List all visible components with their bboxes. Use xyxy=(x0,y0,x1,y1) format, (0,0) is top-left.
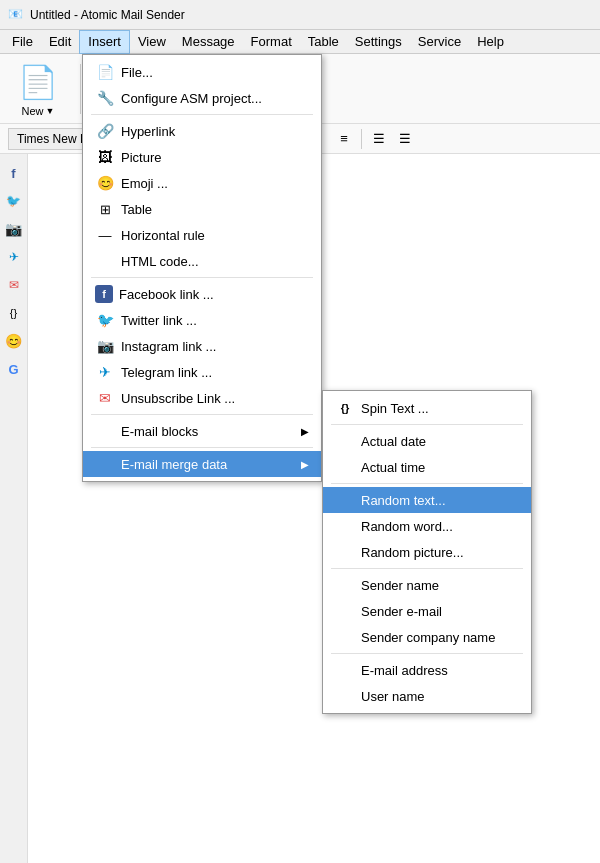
menu-view[interactable]: View xyxy=(130,30,174,54)
merge-icon xyxy=(95,454,115,474)
app-title: Untitled - Atomic Mail Sender xyxy=(30,8,185,22)
merge-spin-text[interactable]: {} Spin Text ... xyxy=(323,395,531,421)
insert-emoji[interactable]: 😊 Emoji ... xyxy=(83,170,321,196)
sidebar-instagram[interactable]: 📷 xyxy=(3,218,25,240)
insert-hyperlink[interactable]: 🔗 Hyperlink xyxy=(83,118,321,144)
email-address-icon xyxy=(335,660,355,680)
insert-html[interactable]: HTML code... xyxy=(83,248,321,274)
insert-hrule[interactable]: — Horizontal rule xyxy=(83,222,321,248)
blocks-arrow: ▶ xyxy=(301,426,309,437)
sep2 xyxy=(91,277,313,278)
table-icon: ⊞ xyxy=(95,199,115,219)
picture-icon: 🖼 xyxy=(95,147,115,167)
app-icon: 📧 xyxy=(8,7,24,23)
sep1 xyxy=(91,114,313,115)
title-bar: 📧 Untitled - Atomic Mail Sender xyxy=(0,0,600,30)
sender-name-icon xyxy=(335,575,355,595)
html-icon xyxy=(95,251,115,271)
emoji-icon: 😊 xyxy=(95,173,115,193)
sidebar-email[interactable]: ✉ xyxy=(3,274,25,296)
insert-telegram[interactable]: ✈ Telegram link ... xyxy=(83,359,321,385)
menu-file[interactable]: File xyxy=(4,30,41,54)
insert-twitter[interactable]: 🐦 Twitter link ... xyxy=(83,307,321,333)
menu-table[interactable]: Table xyxy=(300,30,347,54)
random-text-icon xyxy=(335,490,355,510)
merge-sep1 xyxy=(331,424,523,425)
unsubscribe-icon: ✉ xyxy=(95,388,115,408)
merge-email-address[interactable]: E-mail address xyxy=(323,657,531,683)
merge-user-name[interactable]: User name xyxy=(323,683,531,709)
new-button[interactable]: 📄 xyxy=(8,60,68,104)
insert-file[interactable]: 📄 File... xyxy=(83,59,321,85)
align-justify-button[interactable]: ≡ xyxy=(333,128,355,150)
random-picture-icon xyxy=(335,542,355,562)
insert-email-blocks[interactable]: E-mail blocks ▶ xyxy=(83,418,321,444)
file-icon: 📄 xyxy=(95,62,115,82)
merge-sep2 xyxy=(331,483,523,484)
menu-help[interactable]: Help xyxy=(469,30,512,54)
left-sidebar: f 🐦 📷 ✈ ✉ {} 😊 G xyxy=(0,154,28,863)
list-ordered-button[interactable]: ☰ xyxy=(394,128,416,150)
blocks-icon xyxy=(95,421,115,441)
format-separator-2 xyxy=(361,129,362,149)
merge-arrow: ▶ xyxy=(301,459,309,470)
configure-icon: 🔧 xyxy=(95,88,115,108)
insert-instagram[interactable]: 📷 Instagram link ... xyxy=(83,333,321,359)
new-button-group: 📄 New ▼ xyxy=(8,60,68,118)
sidebar-google[interactable]: G xyxy=(3,358,25,380)
merge-actual-date[interactable]: Actual date xyxy=(323,428,531,454)
sidebar-facebook[interactable]: f xyxy=(3,162,25,184)
toolbar-separator-1 xyxy=(80,64,81,114)
insert-email-merge[interactable]: E-mail merge data ▶ xyxy=(83,451,321,477)
instagram-icon: 📷 xyxy=(95,336,115,356)
merge-sep4 xyxy=(331,653,523,654)
telegram-icon: ✈ xyxy=(95,362,115,382)
date-icon xyxy=(335,431,355,451)
merge-sep3 xyxy=(331,568,523,569)
sidebar-code[interactable]: {} xyxy=(3,302,25,324)
sidebar-twitter[interactable]: 🐦 xyxy=(3,190,25,212)
insert-unsubscribe[interactable]: ✉ Unsubscribe Link ... xyxy=(83,385,321,411)
merge-sender-email[interactable]: Sender e-mail xyxy=(323,598,531,624)
insert-dropdown: 📄 File... 🔧 Configure ASM project... 🔗 H… xyxy=(82,54,322,482)
sep3 xyxy=(91,414,313,415)
merge-random-word[interactable]: Random word... xyxy=(323,513,531,539)
menu-insert[interactable]: Insert xyxy=(79,30,130,54)
hyperlink-icon: 🔗 xyxy=(95,121,115,141)
menu-message[interactable]: Message xyxy=(174,30,243,54)
sep4 xyxy=(91,447,313,448)
email-merge-submenu: {} Spin Text ... Actual date Actual time… xyxy=(322,390,532,714)
menu-bar: File Edit Insert View Message Format Tab… xyxy=(0,30,600,54)
sidebar-emoji[interactable]: 😊 xyxy=(3,330,25,352)
merge-actual-time[interactable]: Actual time xyxy=(323,454,531,480)
sender-company-icon xyxy=(335,627,355,647)
insert-facebook[interactable]: f Facebook link ... xyxy=(83,281,321,307)
merge-sender-company[interactable]: Sender company name xyxy=(323,624,531,650)
list-unordered-button[interactable]: ☰ xyxy=(368,128,390,150)
insert-table[interactable]: ⊞ Table xyxy=(83,196,321,222)
merge-sender-name[interactable]: Sender name xyxy=(323,572,531,598)
sidebar-telegram[interactable]: ✈ xyxy=(3,246,25,268)
new-button-label[interactable]: New ▼ xyxy=(8,104,68,118)
hrule-icon: — xyxy=(95,225,115,245)
sender-email-icon xyxy=(335,601,355,621)
insert-configure[interactable]: 🔧 Configure ASM project... xyxy=(83,85,321,111)
menu-format[interactable]: Format xyxy=(243,30,300,54)
menu-edit[interactable]: Edit xyxy=(41,30,79,54)
menu-settings[interactable]: Settings xyxy=(347,30,410,54)
user-name-icon xyxy=(335,686,355,706)
insert-picture[interactable]: 🖼 Picture xyxy=(83,144,321,170)
twitter-icon: 🐦 xyxy=(95,310,115,330)
facebook-icon: f xyxy=(95,285,113,303)
menu-service[interactable]: Service xyxy=(410,30,469,54)
time-icon xyxy=(335,457,355,477)
random-word-icon xyxy=(335,516,355,536)
merge-random-picture[interactable]: Random picture... xyxy=(323,539,531,565)
merge-random-text[interactable]: Random text... xyxy=(323,487,531,513)
spin-text-icon: {} xyxy=(335,398,355,418)
